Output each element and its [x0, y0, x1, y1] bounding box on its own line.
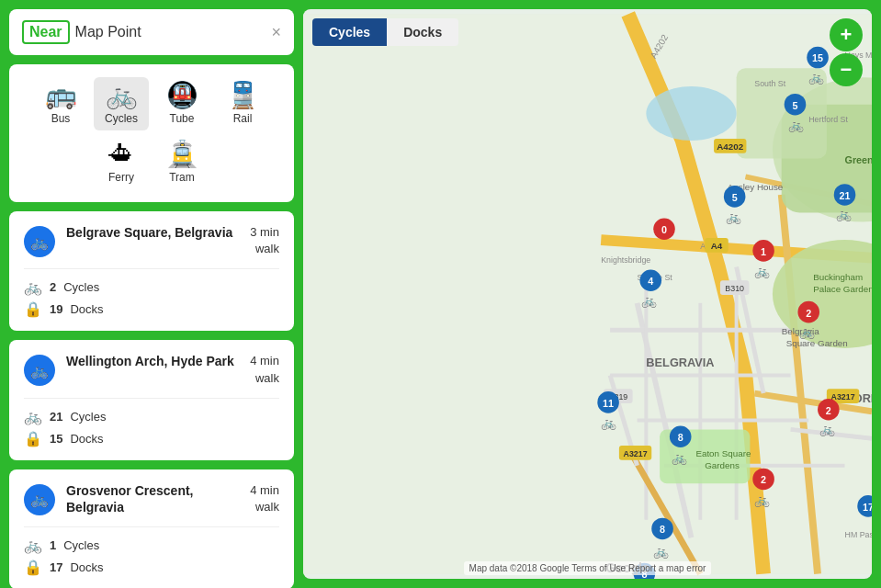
svg-text:2: 2 [826, 405, 831, 416]
cycles-row-2: 🚲 1 Cycles [24, 537, 279, 554]
docks-text-1: Docks [70, 432, 103, 446]
map-tabs: Cycles Docks [312, 18, 458, 46]
svg-text:🚲: 🚲 [601, 415, 617, 431]
cycles-count-0: 2 [50, 280, 56, 294]
svg-text:A3217: A3217 [624, 449, 648, 458]
tram-label: Tram [169, 171, 195, 184]
mode-tram[interactable]: 🚊 Tram [154, 136, 209, 189]
svg-text:🚲: 🚲 [672, 450, 688, 466]
station-header-0: 🚲 Belgrave Square, Belgravia 3 minwalk [24, 224, 279, 257]
svg-text:Eaton Square: Eaton Square [695, 448, 751, 458]
cycles-text-2: Cycles [63, 538, 99, 552]
station-icon-0: 🚲 [24, 226, 55, 257]
zoom-in-button[interactable]: + [830, 18, 863, 51]
bus-label: Bus [51, 112, 71, 125]
svg-text:🚲: 🚲 [788, 118, 805, 133]
bike-icon-0: 🚲 [24, 278, 42, 296]
svg-text:B310: B310 [725, 284, 744, 293]
svg-text:8: 8 [660, 524, 665, 535]
docks-count-2: 17 [50, 560, 62, 574]
svg-text:1: 1 [761, 246, 766, 257]
svg-text:2: 2 [761, 474, 766, 485]
cycles-text-0: Cycles [63, 280, 99, 294]
ferry-icon: ⛴ [108, 141, 134, 167]
tube-label: Tube [170, 112, 195, 125]
svg-text:Square Garden: Square Garden [786, 338, 848, 348]
mode-ferry[interactable]: ⛴ Ferry [94, 136, 149, 189]
rail-label: Rail [233, 112, 253, 125]
svg-text:Hertford St: Hertford St [808, 115, 848, 124]
station-icon-2: 🚲 [24, 484, 55, 515]
svg-text:🚲: 🚲 [754, 492, 771, 508]
svg-text:17: 17 [863, 502, 872, 513]
tab-docks[interactable]: Docks [387, 18, 458, 46]
lock-icon-2: 🔒 [24, 559, 42, 576]
svg-text:5: 5 [792, 100, 797, 111]
station-info-1: Wellington Arch, Hyde Park [66, 353, 239, 369]
cycles-icon: 🚲 [106, 83, 138, 108]
map-point-text: Map Point [75, 24, 266, 40]
bike-icon-1: 🚲 [24, 408, 42, 425]
left-panel: Near Map Point × 🚌 Bus 🚲 Cycles 🚇 Tube 🚆… [9, 9, 294, 579]
station-details-2: 🚲 1 Cycles 🔒 17 Docks [24, 526, 279, 576]
svg-text:0: 0 [661, 224, 667, 235]
mode-cycles[interactable]: 🚲 Cycles [94, 77, 149, 130]
svg-text:Green Park: Green Park [845, 154, 872, 165]
svg-text:15: 15 [812, 52, 823, 63]
transport-modes-panel: 🚌 Bus 🚲 Cycles 🚇 Tube 🚆 Rail ⛴ Ferry 🚊 T… [9, 64, 294, 202]
svg-text:5: 5 [732, 192, 738, 203]
docks-row-1: 🔒 15 Docks [24, 430, 279, 447]
svg-text:🚲: 🚲 [754, 264, 771, 279]
station-info-0: Belgrave Square, Belgravia [66, 224, 239, 241]
svg-text:A4202: A4202 [717, 141, 743, 152]
station-time-2: 4 minwalk [250, 482, 279, 515]
cycles-label: Cycles [105, 112, 138, 125]
mode-rail[interactable]: 🚆 Rail [215, 77, 270, 130]
station-header-2: 🚲 Grosvenor Crescent, Belgravia 4 minwal… [24, 482, 279, 515]
svg-text:4: 4 [648, 276, 653, 287]
station-time-1: 4 minwalk [250, 353, 279, 386]
bus-icon: 🚌 [45, 83, 77, 108]
bike-icon-2: 🚲 [24, 537, 42, 554]
cycles-row-0: 🚲 2 Cycles [24, 278, 279, 296]
svg-text:BELGRAVIA: BELGRAVIA [646, 356, 714, 369]
svg-text:🚲: 🚲 [836, 207, 853, 222]
svg-text:Palace Gardens: Palace Gardens [813, 284, 872, 294]
svg-text:South St: South St [754, 79, 785, 88]
close-button[interactable]: × [271, 23, 281, 42]
docks-count-1: 15 [50, 432, 62, 446]
station-details-0: 🚲 2 Cycles 🔒 19 Docks [24, 268, 279, 318]
rail-icon: 🚆 [227, 83, 259, 108]
station-time-0: 3 minwalk [250, 224, 279, 257]
svg-text:21: 21 [840, 190, 851, 201]
station-info-2: Grosvenor Crescent, Belgravia [66, 482, 239, 515]
zoom-controls: + − [830, 18, 863, 86]
mode-tube[interactable]: 🚇 Tube [154, 77, 209, 130]
station-card-2: 🚲 Grosvenor Crescent, Belgravia 4 minwal… [9, 469, 294, 588]
mode-bus[interactable]: 🚌 Bus [33, 77, 88, 130]
station-name-0: Belgrave Square, Belgravia [66, 224, 239, 241]
svg-text:A4: A4 [711, 241, 723, 251]
station-icon-1: 🚲 [24, 355, 55, 386]
zoom-out-button[interactable]: − [830, 53, 863, 86]
cycles-text-1: Cycles [70, 410, 106, 424]
svg-text:🚲: 🚲 [819, 422, 836, 437]
svg-text:11: 11 [603, 398, 614, 409]
docks-text-0: Docks [70, 302, 103, 316]
near-label: Near [22, 20, 70, 44]
cycles-row-1: 🚲 21 Cycles [24, 408, 279, 425]
svg-text:🚲: 🚲 [653, 544, 670, 560]
svg-text:2: 2 [806, 308, 811, 319]
station-card-0: 🚲 Belgrave Square, Belgravia 3 minwalk 🚲… [9, 211, 294, 331]
svg-text:🚲: 🚲 [641, 293, 658, 309]
tube-icon: 🚇 [166, 83, 198, 108]
tab-cycles[interactable]: Cycles [312, 18, 387, 46]
station-name-2: Grosvenor Crescent, Belgravia [66, 482, 239, 515]
station-details-1: 🚲 21 Cycles 🔒 15 Docks [24, 398, 279, 447]
svg-text:🚲: 🚲 [799, 324, 816, 340]
cycles-count-2: 1 [50, 538, 56, 552]
docks-row-0: 🔒 19 Docks [24, 300, 279, 318]
map-attribution: Map data ©2018 Google Terms of Use Repor… [464, 561, 712, 575]
map-area[interactable]: A4202 A4 Green Park Buckingham Palace Ga… [303, 9, 872, 579]
station-header-1: 🚲 Wellington Arch, Hyde Park 4 minwalk [24, 353, 279, 386]
